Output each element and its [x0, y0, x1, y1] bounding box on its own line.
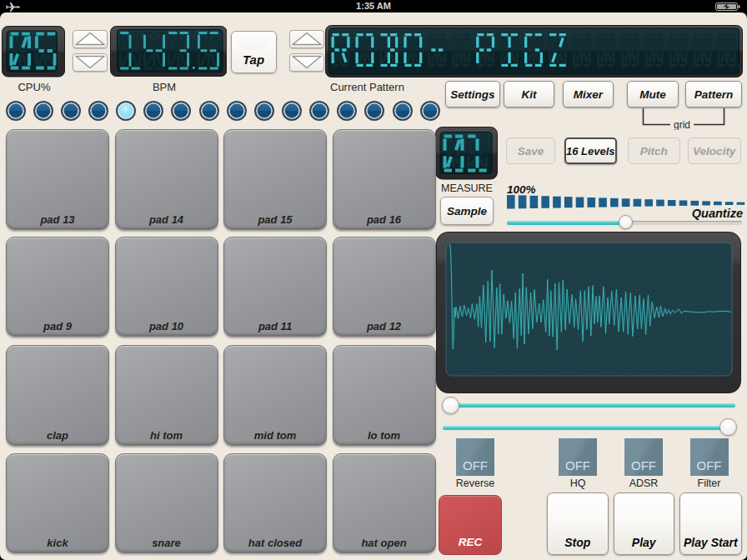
svg-text:grid: grid [674, 119, 690, 131]
